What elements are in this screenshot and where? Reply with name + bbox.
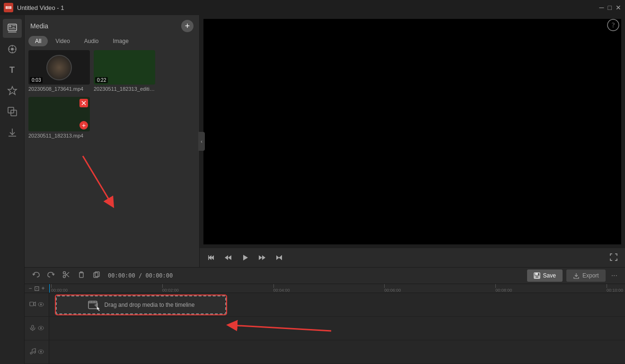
skip-to-end-button[interactable] <box>275 254 283 261</box>
media-thumbnail: 0:03 <box>28 50 90 85</box>
delete-overlay[interactable] <box>79 99 88 107</box>
timeline-zoom-controls: − ⊡ + <box>25 284 49 293</box>
sidebar-item-stickers[interactable] <box>3 81 22 100</box>
svg-point-48 <box>40 303 42 305</box>
video-track-eye-button[interactable] <box>38 302 44 308</box>
tab-image[interactable]: Image <box>106 36 135 46</box>
video-track-row: Drag and drop media to the timeline <box>25 293 625 317</box>
drop-zone-text: Drag and drop media to the timeline <box>105 302 195 308</box>
svg-marker-27 <box>243 255 248 260</box>
music-track-controls <box>25 340 49 364</box>
timecode-display: 00:00:00 / 00:00:00 <box>108 272 173 279</box>
timeline-toolbar: 00:00:00 / 00:00:00 Save Export ··· <box>25 268 625 284</box>
cut-button[interactable] <box>61 269 72 282</box>
duplicate-button[interactable] <box>91 269 102 282</box>
sidebar-item-media[interactable] <box>3 19 22 38</box>
sidebar: T <box>0 15 25 364</box>
fast-forward-button[interactable] <box>258 254 266 261</box>
app-title: Untitled Video - 1 <box>17 4 599 11</box>
svg-line-64 <box>32 348 35 349</box>
play-button[interactable] <box>241 254 249 261</box>
audio-track-row <box>25 317 625 340</box>
zoom-in-button[interactable]: + <box>42 285 45 292</box>
rewind-button[interactable] <box>224 254 232 261</box>
tab-video[interactable]: Video <box>49 36 76 46</box>
zoom-fit-button[interactable]: ⊡ <box>34 285 40 292</box>
content-area: Media + All Video Audio Image 0:03 20 <box>25 15 625 364</box>
timeline-section: 00:00:00 / 00:00:00 Save Export ··· − ⊡ … <box>25 267 625 364</box>
tab-audio[interactable]: Audio <box>78 36 106 46</box>
svg-rect-10 <box>8 32 17 33</box>
svg-point-66 <box>40 351 42 353</box>
media-grid: 0:03 20230508_173641.mp4 0:22 20230511_1… <box>25 50 199 140</box>
music-track-eye-button[interactable] <box>38 349 44 355</box>
more-options-button[interactable]: ··· <box>609 269 619 282</box>
maximize-button[interactable]: □ <box>608 4 612 11</box>
add-media-button[interactable]: + <box>181 20 194 32</box>
media-filename: 20230508_173641.mp4 <box>28 85 90 93</box>
add-to-timeline-overlay[interactable]: + <box>79 121 88 130</box>
tab-all[interactable]: All <box>28 36 48 46</box>
video-track-body[interactable]: Drag and drop media to the timeline <box>49 293 625 316</box>
export-button[interactable]: Export <box>566 269 606 282</box>
media-filename: 20230511_182313_editi.... <box>94 85 155 93</box>
svg-rect-50 <box>89 301 97 303</box>
sidebar-item-download[interactable] <box>3 123 22 142</box>
delete-button[interactable] <box>76 269 87 282</box>
fullscreen-button[interactable] <box>610 253 617 262</box>
music-track-body[interactable] <box>49 340 625 364</box>
svg-text:?: ? <box>612 22 615 29</box>
media-thumbnail: + <box>28 97 90 131</box>
svg-rect-43 <box>535 273 538 275</box>
save-button[interactable]: Save <box>527 269 563 282</box>
help-button[interactable]: ? <box>607 19 619 34</box>
ruler-mark-3: 00:06:00 <box>384 288 401 293</box>
timeline-ruler: 00:00:00 00:02:00 00:04:00 <box>49 284 625 293</box>
timeline-tracks: Drag and drop media to the timeline <box>25 293 625 364</box>
zoom-out-button[interactable]: − <box>28 285 32 292</box>
svg-rect-8 <box>12 27 15 28</box>
music-track-row <box>25 340 625 364</box>
media-item[interactable]: + 20230511_182313.mp4 <box>28 97 90 140</box>
ruler-mark-0: 00:00:00 <box>51 288 68 293</box>
ruler-mark-1: 00:02:00 <box>162 288 179 293</box>
ruler-mark-5: 00:10:00 <box>607 288 623 293</box>
media-header: Media + <box>25 15 199 36</box>
svg-marker-32 <box>276 255 279 260</box>
audio-track-body[interactable] <box>49 317 625 340</box>
media-item[interactable]: 0:22 20230511_182313_editi.... <box>94 50 155 93</box>
svg-marker-55 <box>97 307 100 311</box>
media-item[interactable]: 0:03 20230508_173641.mp4 <box>28 50 90 93</box>
sidebar-item-effects[interactable] <box>3 40 22 59</box>
svg-point-35 <box>63 275 66 277</box>
preview-panel <box>200 15 625 267</box>
svg-rect-44 <box>535 276 539 278</box>
minimize-button[interactable]: ─ <box>599 4 604 11</box>
svg-rect-9 <box>9 28 16 29</box>
svg-rect-39 <box>79 273 83 277</box>
ruler-mark-4: 00:08:00 <box>495 288 512 293</box>
undo-button[interactable] <box>30 269 42 282</box>
playhead <box>49 284 50 293</box>
svg-rect-6 <box>9 25 11 27</box>
svg-marker-46 <box>34 302 35 306</box>
media-panel: Media + All Video Audio Image 0:03 20 <box>25 15 200 267</box>
skip-to-start-button[interactable] <box>207 254 215 261</box>
sidebar-item-overlay[interactable] <box>3 102 22 121</box>
svg-marker-29 <box>262 255 265 260</box>
timeline-drop-zone[interactable]: Drag and drop media to the timeline <box>56 295 226 314</box>
ruler-mark-2: 00:04:00 <box>273 288 290 293</box>
close-button[interactable]: ✕ <box>616 4 621 11</box>
sidebar-item-text[interactable]: T <box>3 61 22 79</box>
preview-viewport <box>203 19 621 244</box>
media-thumbnail: 0:22 <box>94 50 155 85</box>
audio-track-icon <box>29 324 36 332</box>
panel-collapse-button[interactable]: ‹ <box>198 132 205 151</box>
app-icon <box>4 3 13 12</box>
svg-point-36 <box>63 271 66 274</box>
video-track-icon <box>29 301 36 309</box>
svg-marker-28 <box>259 255 262 260</box>
timeline-ruler-row: − ⊡ + 00:00:00 <box>25 284 625 293</box>
audio-track-eye-button[interactable] <box>38 325 44 332</box>
redo-button[interactable] <box>45 269 57 282</box>
